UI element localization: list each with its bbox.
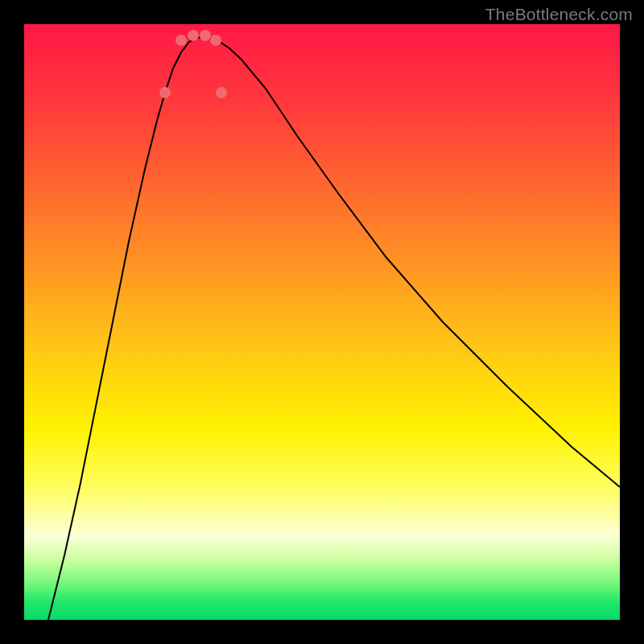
curve-marker xyxy=(210,35,221,46)
chart-frame: TheBottleneck.com xyxy=(0,0,644,644)
curve-marker xyxy=(216,87,227,98)
bottleneck-curve xyxy=(48,37,620,620)
curve-markers xyxy=(159,30,227,98)
curve-marker xyxy=(159,87,171,98)
curve-marker xyxy=(200,30,211,41)
curve-svg xyxy=(24,24,620,620)
watermark-text: TheBottleneck.com xyxy=(485,5,633,24)
curve-marker xyxy=(188,30,199,41)
plot-area xyxy=(24,24,620,620)
curve-marker xyxy=(175,35,187,46)
